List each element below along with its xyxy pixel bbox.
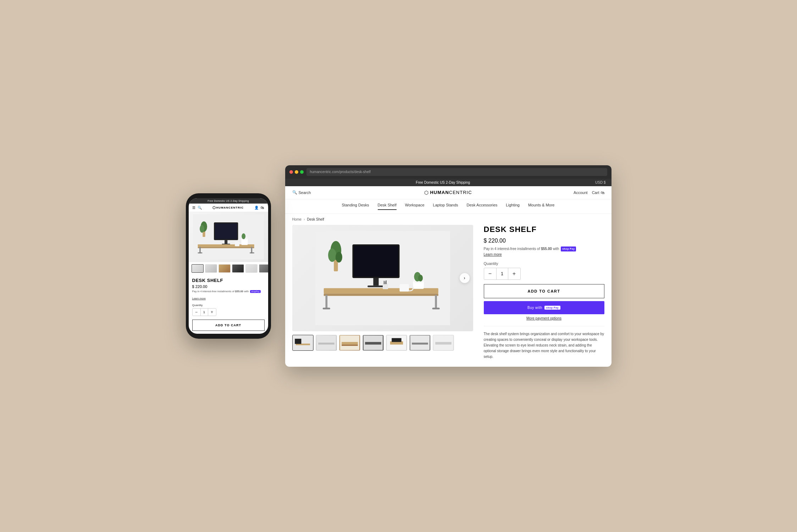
quantity-value: 1 <box>496 268 508 279</box>
cart-bag-icon: 🛍 <box>600 190 604 195</box>
product-title: DESK SHELF <box>484 225 604 234</box>
search-icon[interactable]: 🔍 <box>198 206 202 210</box>
phone-screen: Free Domestic US 2-Day Shipping ☰ 🔍 ⬡ HU… <box>189 198 268 334</box>
browser-close-dot[interactable] <box>289 170 293 174</box>
svg-rect-25 <box>373 278 378 286</box>
quantity-decrease-button[interactable]: − <box>484 268 496 279</box>
svg-rect-31 <box>322 307 330 309</box>
product-images: › <box>292 225 473 360</box>
currency-selector[interactable]: USD $ <box>595 181 605 184</box>
cart-icon[interactable]: 🛍 <box>261 206 264 210</box>
svg-rect-17 <box>235 242 239 246</box>
svg-rect-10 <box>199 247 201 253</box>
search-button[interactable]: 🔍 Search <box>292 190 311 195</box>
svg-rect-12 <box>198 253 202 254</box>
scene: Free Domestic US 2-Day Shipping ☰ 🔍 ⬡ HU… <box>186 165 611 367</box>
phone-thumb-1[interactable] <box>192 264 204 273</box>
phone-product-image <box>189 212 268 262</box>
svg-rect-29 <box>325 295 327 308</box>
account-link[interactable]: Account <box>574 190 588 195</box>
mobile-phone-wrapper: Free Domestic US 2-Day Shipping ☰ 🔍 ⬡ HU… <box>186 193 271 339</box>
svg-rect-49 <box>342 344 358 346</box>
desktop-browser-wrapper: humancentric.com/products/desk-shelf Fre… <box>285 165 611 367</box>
browser-chrome: humancentric.com/products/desk-shelf <box>285 165 611 179</box>
thumbnail-7[interactable] <box>433 335 454 351</box>
phone-installment-text: Pay in 4 interest-free installments of $… <box>192 290 265 294</box>
phone-thumb-6[interactable] <box>259 264 268 273</box>
nav-laptop-stands[interactable]: Laptop Stands <box>433 203 458 210</box>
phone-installment-suffix: with <box>244 290 249 293</box>
nav-desk-shelf[interactable]: Desk Shelf <box>378 203 397 210</box>
phone-thumb-5[interactable] <box>245 264 258 273</box>
phone-product-svg <box>193 214 264 260</box>
phone-logo: ⬡ HUMANCENTRIC <box>212 206 244 210</box>
phone-product-price: $ 220.00 <box>192 284 265 289</box>
browser-minimize-dot[interactable] <box>295 170 298 174</box>
svg-point-36 <box>418 275 422 281</box>
site-header: 🔍 Search ⬡ HUMANCENTRIC Account Cart 🛍 <box>285 186 611 199</box>
svg-rect-56 <box>412 343 428 344</box>
image-next-button[interactable]: › <box>460 273 470 283</box>
browser-maximize-dot[interactable] <box>300 170 304 174</box>
thumbnail-1[interactable] <box>292 335 314 351</box>
add-to-cart-button[interactable]: ADD TO CART <box>484 284 604 298</box>
installment-info: Pay in 4 interest-free installments of $… <box>484 246 604 252</box>
search-icon: 🔍 <box>292 190 297 195</box>
thumbnail-6[interactable] <box>409 335 431 351</box>
logo-bold: HUMAN <box>430 190 449 195</box>
site-navigation: Standing Desks Desk Shelf Workspace Lapt… <box>285 199 611 214</box>
installment-amount: $55.00 <box>541 247 552 251</box>
nav-mounts-more[interactable]: Mounts & More <box>528 203 555 210</box>
quantity-label: Quantity <box>484 261 604 266</box>
phone-thumb-2[interactable] <box>205 264 217 273</box>
svg-rect-5 <box>215 223 237 239</box>
browser-url-text: humancentric.com/products/desk-shelf <box>310 170 371 174</box>
phone-thumbnail-strip <box>189 262 268 275</box>
site-logo[interactable]: ⬡ HUMANCENTRIC <box>363 190 533 195</box>
phone-quantity-decrease[interactable]: − <box>193 309 200 316</box>
shop-pay-logo: shop Pay <box>544 306 560 310</box>
nav-desk-accessories[interactable]: Desk Accessories <box>467 203 498 210</box>
phone-thumb-4[interactable] <box>232 264 244 273</box>
hamburger-icon[interactable]: ☰ <box>192 206 195 210</box>
phone-nav: ☰ 🔍 ⬡ HUMANCENTRIC 👤 🛍 <box>189 204 268 212</box>
svg-rect-39 <box>383 281 384 284</box>
breadcrumb-home[interactable]: Home <box>292 217 302 221</box>
account-icon[interactable]: 👤 <box>254 206 259 210</box>
svg-point-21 <box>328 248 336 262</box>
thumbnail-3[interactable] <box>339 335 360 351</box>
phone-nav-left: ☰ 🔍 <box>192 206 202 210</box>
svg-rect-54 <box>392 338 401 342</box>
cart-link[interactable]: Cart 🛍 <box>592 190 604 195</box>
svg-rect-32 <box>432 307 439 309</box>
site-announcement-bar: Free Domestic US 2-Day Shipping USD $ <box>285 179 611 186</box>
logo-mark-icon: ⬡ <box>424 190 428 195</box>
search-label: Search <box>299 190 311 195</box>
learn-more-link[interactable]: Learn more <box>484 253 604 256</box>
phone-product-info: DESK SHELF $ 220.00 Pay in 4 interest-fr… <box>189 275 268 334</box>
phone-installment-amount: $55.00 <box>235 290 243 293</box>
svg-rect-46 <box>318 343 334 344</box>
phone-thumb-3[interactable] <box>218 264 231 273</box>
phone-add-to-cart-button[interactable]: ADD TO CART <box>192 320 265 331</box>
thumbnail-5[interactable] <box>386 335 407 351</box>
browser-url-bar[interactable]: humancentric.com/products/desk-shelf <box>306 168 607 176</box>
svg-rect-6 <box>225 240 227 244</box>
breadcrumb: Home › Desk Shelf <box>285 214 611 225</box>
phone-shop-pay-badge: shopPay <box>250 290 260 293</box>
nav-workspace[interactable]: Workspace <box>405 203 425 210</box>
more-payment-link[interactable]: More payment options <box>484 316 604 320</box>
product-description: The desk shelf system brings organizatio… <box>484 326 604 360</box>
nav-lighting[interactable]: Lighting <box>506 203 520 210</box>
breadcrumb-current: Desk Shelf <box>307 217 324 221</box>
site-header-left: 🔍 Search <box>292 190 363 195</box>
phone-quantity-increase[interactable]: + <box>208 309 216 316</box>
product-info-panel: DESK SHELF $ 220.00 Pay in 4 interest-fr… <box>484 225 604 360</box>
thumbnail-4[interactable] <box>362 335 384 351</box>
quantity-increase-button[interactable]: + <box>508 268 520 279</box>
product-main-image: › <box>292 225 473 331</box>
buy-now-button[interactable]: Buy with shop Pay <box>484 301 604 314</box>
thumbnail-2[interactable] <box>316 335 337 351</box>
nav-standing-desks[interactable]: Standing Desks <box>342 203 369 210</box>
phone-learn-more-link[interactable]: Learn more <box>192 297 206 300</box>
